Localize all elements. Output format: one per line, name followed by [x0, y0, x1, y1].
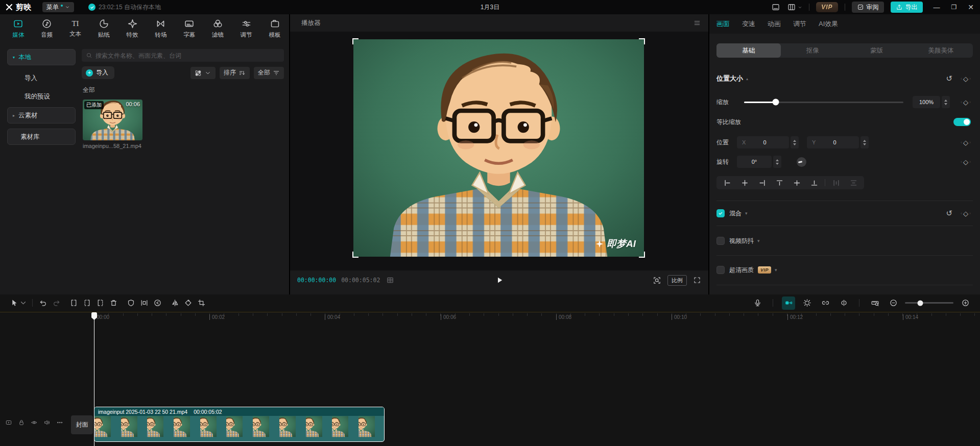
keyframe-icon[interactable]: ‹◇›: [961, 139, 971, 146]
selection-handle[interactable]: [352, 252, 358, 258]
restore-button[interactable]: ❐: [951, 4, 957, 11]
rotate-value[interactable]: 0°: [737, 156, 772, 168]
review-button[interactable]: 审阅: [852, 2, 884, 13]
chevron-down-icon[interactable]: ▾: [775, 267, 777, 272]
selection-handle[interactable]: [639, 252, 645, 258]
undo-button[interactable]: [36, 296, 50, 310]
menu-button[interactable]: 菜单: [42, 2, 74, 12]
mirror-button[interactable]: [168, 296, 181, 310]
reset-icon[interactable]: ↺: [946, 209, 952, 218]
tab-adjust[interactable]: 调节: [793, 19, 806, 29]
sidebar-item-import[interactable]: 导入: [7, 70, 76, 86]
player-canvas[interactable]: 即梦AI: [290, 32, 708, 270]
chevron-down-icon[interactable]: ▾: [757, 238, 760, 243]
zoom-in-button[interactable]: [959, 296, 972, 310]
timeline-ruler[interactable]: 00:00 00:02 00:04 00:06 00:08 00:10 00:1…: [0, 312, 980, 325]
scale-stepper[interactable]: [942, 96, 950, 108]
fullscreen-icon[interactable]: [693, 276, 701, 284]
subtab-mask[interactable]: 蒙版: [845, 43, 909, 58]
keyframe-icon[interactable]: ‹◇›: [961, 98, 971, 106]
selection-handle[interactable]: [639, 38, 645, 44]
close-button[interactable]: ✕: [968, 3, 974, 11]
position-y-input[interactable]: Y 0: [807, 136, 859, 148]
speaker-icon[interactable]: [43, 419, 51, 426]
crop-button[interactable]: [195, 296, 208, 310]
layout-bottom-icon[interactable]: [771, 3, 780, 12]
scale-value[interactable]: 100%: [913, 96, 940, 108]
delete-left-button[interactable]: [80, 296, 93, 310]
uniform-scale-toggle[interactable]: [953, 118, 971, 126]
sidebar-item-local[interactable]: ▾本地: [7, 49, 76, 65]
reverse-button[interactable]: [151, 296, 164, 310]
tab-effects[interactable]: 特效: [118, 14, 147, 43]
sidebar-item-presets[interactable]: 我的预设: [7, 89, 76, 104]
stabilize-label[interactable]: 视频防抖: [729, 237, 754, 245]
slider-knob[interactable]: [773, 99, 779, 106]
tab-transitions[interactable]: 转场: [147, 14, 175, 43]
position-x-input[interactable]: X 0: [737, 136, 789, 148]
tab-animation[interactable]: 动画: [768, 19, 781, 29]
hd-quality-label[interactable]: 超清画质: [729, 266, 754, 275]
delete-right-button[interactable]: [93, 296, 107, 310]
export-button[interactable]: 导出: [891, 2, 923, 13]
playhead[interactable]: [91, 312, 97, 446]
play-button[interactable]: [495, 276, 504, 285]
more-options-icon[interactable]: [56, 419, 63, 426]
subtab-basic[interactable]: 基础: [716, 43, 781, 58]
subtab-cutout[interactable]: 抠像: [781, 43, 845, 58]
layout-columns-button[interactable]: [787, 3, 802, 12]
sidebar-item-library[interactable]: 素材库: [7, 129, 76, 145]
import-button[interactable]: + 导入: [82, 66, 114, 79]
timeline-tracks[interactable]: 封面 imageinput 2025-01-03 22 50 21.mp4 00…: [0, 326, 980, 446]
chevron-down-icon[interactable]: [19, 299, 28, 307]
video-preview[interactable]: 即梦AI: [353, 39, 644, 257]
keyframe-icon[interactable]: ‹◇›: [961, 210, 971, 217]
align-bottom-icon[interactable]: [806, 177, 822, 188]
scale-slider[interactable]: [744, 102, 903, 103]
sidebar-item-cloud[interactable]: ▸云素材: [7, 107, 76, 123]
rotate-dial[interactable]: [797, 157, 806, 167]
search-input[interactable]: [95, 52, 280, 59]
subtab-beauty[interactable]: 美颜美体: [909, 43, 973, 58]
blend-label[interactable]: 混合: [729, 209, 742, 218]
link-clips-button[interactable]: [819, 296, 832, 310]
timeline-settings-button[interactable]: [868, 296, 881, 310]
zoom-slider-knob[interactable]: [918, 300, 923, 306]
player-menu-icon[interactable]: [693, 19, 701, 27]
ratio-button[interactable]: 比例: [667, 275, 687, 286]
rotate-button[interactable]: [181, 296, 195, 310]
tab-text[interactable]: TI文本: [61, 14, 90, 43]
chevron-down-icon[interactable]: ▾: [745, 211, 748, 216]
blend-checkbox[interactable]: [716, 209, 725, 217]
position-size-header[interactable]: 位置大小: [716, 74, 743, 83]
align-center-horizontal-icon[interactable]: [737, 177, 752, 188]
zoom-out-button[interactable]: [887, 296, 900, 310]
tab-adjust[interactable]: 调节: [232, 14, 260, 43]
selection-handle[interactable]: [352, 38, 358, 44]
delete-button[interactable]: [107, 296, 120, 310]
frame-preview-icon[interactable]: [386, 276, 394, 284]
position-y-stepper[interactable]: [861, 136, 869, 148]
keyframe-icon[interactable]: ‹◇›: [961, 75, 971, 83]
timeline-zoom-slider[interactable]: [905, 302, 953, 304]
collapse-caret-icon[interactable]: ▴: [746, 77, 748, 81]
position-x-stepper[interactable]: [791, 136, 799, 148]
cover-button[interactable]: 封面: [71, 415, 93, 434]
tab-ai-effects[interactable]: AI效果: [819, 19, 838, 29]
stabilize-checkbox[interactable]: [716, 237, 725, 245]
freeze-frame-button[interactable]: [137, 296, 151, 310]
hd-quality-checkbox[interactable]: [716, 266, 725, 274]
view-mode-button[interactable]: [190, 67, 216, 79]
fit-to-screen-icon[interactable]: [653, 276, 661, 285]
eye-icon[interactable]: [31, 419, 38, 426]
media-item-thumbnail[interactable]: 已添加 00:06: [83, 100, 142, 140]
minimize-button[interactable]: —: [934, 4, 940, 11]
rotate-stepper[interactable]: [773, 156, 781, 168]
video-clip[interactable]: imageinput 2025-01-03 22 50 21.mp4 00:00…: [94, 407, 385, 442]
align-left-icon[interactable]: [720, 177, 735, 188]
tab-media[interactable]: 媒体: [4, 14, 33, 43]
align-center-vertical-icon[interactable]: [789, 177, 804, 188]
keyframe-icon[interactable]: ‹◇›: [961, 158, 971, 166]
tab-filters[interactable]: 滤镜: [204, 14, 232, 43]
tab-video[interactable]: 画面: [716, 19, 730, 29]
